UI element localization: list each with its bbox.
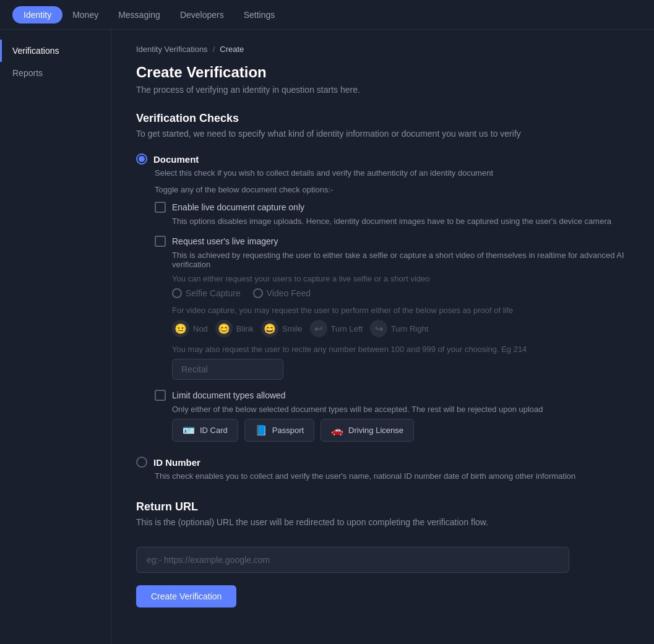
main-content: Identity Verifications / Create Create V… [111, 30, 654, 644]
sidebar-item-reports[interactable]: Reports [0, 62, 111, 84]
pose-turn-right[interactable]: ↪ Turn Right [370, 320, 428, 337]
id-number-option: ID Number This check enables you to coll… [136, 457, 629, 481]
smile-label: Smile [282, 324, 303, 333]
breadcrumb-current: Create [220, 45, 244, 54]
video-label: Video Feed [267, 288, 311, 298]
document-option: Document Select this check if you wish t… [136, 153, 629, 442]
limit-doc-types-checkbox[interactable] [155, 390, 166, 401]
video-option: Video Feed [253, 288, 311, 298]
recital-input-wrapper [172, 359, 629, 380]
selfie-radio[interactable] [172, 288, 182, 298]
id-number-option-header: ID Number [136, 457, 629, 468]
live-capture-option: Enable live document capture only This o… [155, 202, 629, 226]
nav-item-identity[interactable]: Identity [12, 6, 62, 24]
video-radio[interactable] [253, 288, 263, 298]
app-layout: Verifications Reports Identity Verificat… [0, 30, 654, 644]
limit-doc-types-header: Limit document types allowed [155, 390, 629, 401]
live-imagery-checkbox[interactable] [155, 236, 166, 247]
live-capture-checkbox[interactable] [155, 202, 166, 213]
nod-icon: 😐 [172, 320, 189, 337]
limit-doc-types-desc: Only either of the below selected docume… [172, 405, 629, 414]
selfie-video-row: Selfie Capture Video Feed [172, 288, 629, 298]
nav-item-messaging[interactable]: Messaging [108, 2, 170, 27]
nav-item-developers[interactable]: Developers [170, 2, 234, 27]
pose-blink[interactable]: 😊 Blink [215, 320, 254, 337]
top-navigation: Identity Money Messaging Developers Sett… [0, 0, 654, 30]
limit-doc-types-option: Limit document types allowed Only either… [155, 390, 629, 442]
page-title: Create Verification [136, 64, 629, 81]
live-imagery-header: Request user's live imagery [155, 236, 629, 247]
recital-input[interactable] [172, 359, 283, 380]
create-verification-button[interactable]: Create Verification [136, 585, 236, 608]
smile-icon: 😄 [261, 320, 278, 337]
pose-row: 😐 Nod 😊 Blink 😄 Smile ↩ [172, 320, 629, 337]
limit-doc-types-label: Limit document types allowed [172, 390, 286, 400]
passport-icon: 📘 [255, 424, 267, 436]
turn-left-icon: ↩ [310, 320, 327, 337]
sidebar: Verifications Reports [0, 30, 111, 644]
live-imagery-label: Request user's live imagery [172, 236, 278, 246]
id-number-radio[interactable] [136, 457, 147, 468]
id-card-label: ID Card [200, 426, 228, 435]
return-url-title: Return URL [136, 500, 629, 513]
page-subtitle: The process of verifying an identity in … [136, 85, 629, 95]
doc-type-buttons: 🪪 ID Card 📘 Passport 🚗 Driving License [172, 419, 629, 442]
pose-smile[interactable]: 😄 Smile [261, 320, 303, 337]
doc-type-id-card[interactable]: 🪪 ID Card [172, 419, 238, 442]
doc-type-passport[interactable]: 📘 Passport [244, 419, 314, 442]
passport-label: Passport [272, 426, 304, 435]
driving-license-icon: 🚗 [331, 424, 343, 436]
recital-note: You may also request the user to recite … [172, 345, 629, 354]
return-url-input[interactable] [136, 547, 569, 573]
nav-item-money[interactable]: Money [62, 2, 108, 27]
document-description: Select this check if you wish to collect… [155, 168, 629, 178]
blink-icon: 😊 [215, 320, 233, 337]
pose-nod[interactable]: 😐 Nod [172, 320, 208, 337]
pose-note: For video capture, you may request the u… [172, 306, 629, 315]
nav-item-settings[interactable]: Settings [234, 2, 285, 27]
breadcrumb-separator: / [213, 45, 215, 54]
turn-right-label: Turn Right [391, 324, 428, 333]
live-imagery-option: Request user's live imagery This is achi… [155, 236, 629, 380]
nod-label: Nod [193, 324, 208, 333]
turn-right-icon: ↪ [370, 320, 387, 337]
doc-type-driving-license[interactable]: 🚗 Driving License [321, 419, 414, 442]
return-url-description: This is the (optional) URL the user will… [136, 517, 629, 527]
sidebar-item-verifications[interactable]: Verifications [0, 40, 111, 62]
id-number-description: This check enables you to collect and ve… [155, 471, 629, 481]
live-capture-desc: This options disables image uploads. Hen… [172, 217, 629, 226]
section-title-verification-checks: Verification Checks [136, 112, 629, 125]
document-option-header: Document [136, 153, 629, 165]
document-sub-options: Enable live document capture only This o… [155, 202, 629, 442]
live-capture-header: Enable live document capture only [155, 202, 629, 213]
section-subtitle-verification-checks: To get started, we need to specify what … [136, 129, 629, 139]
breadcrumb-link[interactable]: Identity Verifications [136, 45, 208, 54]
selfie-label: Selfie Capture [186, 288, 241, 298]
live-capture-label: Enable live document capture only [172, 202, 304, 212]
return-url-section: Return URL This is the (optional) URL th… [136, 500, 629, 573]
blink-label: Blink [236, 324, 254, 333]
live-imagery-desc: This is achieved by requesting the user … [172, 251, 629, 269]
selfie-option: Selfie Capture [172, 288, 241, 298]
turn-left-label: Turn Left [331, 324, 363, 333]
document-radio[interactable] [136, 153, 147, 165]
id-number-label: ID Number [153, 457, 200, 468]
selfie-video-note: You can either request your users to cap… [172, 274, 629, 283]
document-toggle-text: Toggle any of the below document check o… [155, 185, 629, 194]
document-label: Document [153, 154, 199, 165]
pose-turn-left[interactable]: ↩ Turn Left [310, 320, 363, 337]
driving-license-label: Driving License [348, 426, 403, 435]
id-card-icon: 🪪 [183, 424, 195, 436]
breadcrumb: Identity Verifications / Create [136, 45, 629, 54]
